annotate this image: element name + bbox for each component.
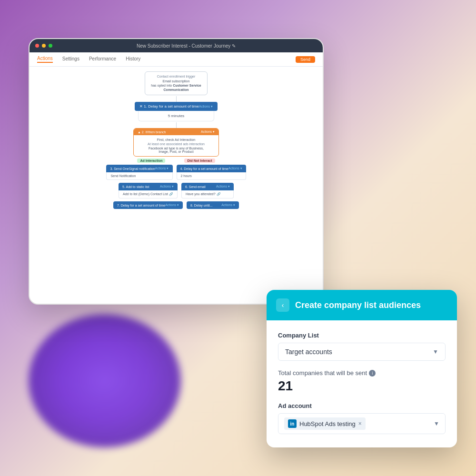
linkedin-icon: in: [288, 419, 297, 428]
total-companies-section: Total companies that will be sent i 21: [278, 369, 446, 394]
purple-blob: [29, 314, 181, 447]
tag-close-icon[interactable]: ×: [358, 420, 362, 427]
minimize-dot[interactable]: [42, 44, 46, 48]
delay-body-2: 2 hours: [177, 172, 246, 180]
chevron-down-icon-2: ▼: [434, 420, 439, 427]
send-notif-actions[interactable]: Actions ▾: [155, 167, 169, 170]
send-notif-header: 3. Send OneSignal notification Actions ▾: [106, 165, 172, 172]
company-list-value: Target accounts: [285, 348, 332, 356]
titlebar: New Subscriber Interest - Customer Journ…: [30, 39, 323, 52]
two-col-row-1: 3. Send OneSignal notification Actions ▾…: [106, 165, 246, 180]
back-button[interactable]: ‹: [276, 298, 289, 312]
badge-no-interaction: Did Not Interact: [184, 159, 215, 163]
send-notif-body: Send Notification: [106, 172, 172, 180]
tab-performance[interactable]: Performance: [89, 56, 116, 62]
chevron-down-icon: ▼: [433, 348, 438, 355]
trigger-header: Contact enrollment trigger: [151, 75, 201, 78]
delay-actions-4[interactable]: Actions ▾: [221, 203, 235, 207]
add-list-header: 5. Add to static list Actions ▾: [119, 183, 178, 190]
if-branch-node: ▲ 2. If/then branch Actions ▾ First, che…: [133, 128, 219, 157]
if-branch-label: ▲ 2. If/then branch: [138, 130, 166, 134]
if-detail: Facebook ad type is any of Business,Imag…: [139, 147, 214, 153]
delay-body-1: 5 minutes: [138, 111, 214, 121]
trigger-node: Contact enrollment trigger Email subscri…: [145, 71, 207, 95]
delay-actions-3[interactable]: Actions ▾: [165, 203, 179, 207]
delay-col-3: 7. Delay for a set amount of time Action…: [113, 201, 183, 209]
badge-ad-interaction: Ad Interaction: [137, 159, 165, 163]
send-button[interactable]: Send: [296, 56, 315, 63]
branch-badges: Ad Interaction Did Not Interact: [137, 159, 215, 163]
if-condition: First, check Ad Interaction: [139, 138, 214, 141]
send-email-actions[interactable]: Actions ▾: [216, 185, 230, 188]
add-list-actions[interactable]: Actions ▾: [160, 185, 174, 188]
tab-actions[interactable]: Actions: [37, 56, 53, 63]
tab-history[interactable]: History: [126, 56, 140, 62]
delay-header-2: 4. Delay for a set amount of time Action…: [177, 165, 246, 172]
ad-account-name: HubSpot Ads testing: [299, 420, 356, 427]
send-email-header: 6. Send email Actions ▾: [181, 183, 234, 190]
dialog-header: ‹ Create company list audiences: [267, 290, 457, 320]
ad-account-label: Ad account: [278, 402, 446, 409]
company-list-label: Company List: [278, 332, 446, 339]
send-email-col: 6. Send email Actions ▾ Have you attende…: [181, 183, 234, 198]
send-email-body: Have you attended? 🔗: [181, 190, 234, 198]
send-notif-label: 3. Send OneSignal notification: [110, 167, 155, 170]
if-branch-body: First, check Ad Interaction At least one…: [134, 135, 218, 156]
info-icon[interactable]: i: [369, 370, 376, 377]
if-sub: At least one associated ads interaction: [139, 142, 214, 146]
send-email-label: 6. Send email: [185, 185, 206, 188]
close-dot[interactable]: [35, 44, 39, 48]
delay-header-3: 7. Delay for a set amount of time Action…: [113, 201, 183, 209]
total-companies-label: Total companies that will be sent i: [278, 369, 446, 377]
delay-actions-1[interactable]: Actions ▾: [199, 105, 213, 109]
dialog-card: ‹ Create company list audiences Company …: [267, 290, 457, 447]
ad-account-tag: in HubSpot Ads testing ×: [284, 417, 366, 430]
delay-col-4: 8. Delay until... Actions ▾: [187, 201, 239, 209]
delay-label-2: 4. Delay for a set amount of time: [180, 167, 228, 170]
add-list-col: 5. Add to static list Actions ▾ Add to l…: [119, 183, 178, 198]
ad-account-field[interactable]: in HubSpot Ads testing × ▼: [278, 413, 446, 434]
delay-value-1: 5 minutes: [144, 114, 208, 118]
company-list-select[interactable]: Target accounts ▼: [278, 343, 446, 361]
dialog-title: Create company list audiences: [295, 300, 421, 310]
two-col-row-3: 7. Delay for a set amount of time Action…: [113, 201, 239, 209]
send-notif-col: 3. Send OneSignal notification Actions ▾…: [106, 165, 172, 180]
tab-settings[interactable]: Settings: [62, 56, 79, 62]
window-title: New Subscriber Interest - Customer Journ…: [55, 43, 317, 49]
add-list-body: Add to list (Demo) Contact List 🔗: [119, 190, 178, 198]
maximize-dot[interactable]: [49, 44, 52, 48]
delay-col-2: 4. Delay for a set amount of time Action…: [177, 165, 246, 180]
workflow-canvas: Contact enrollment trigger Email subscri…: [30, 67, 323, 304]
main-device: New Subscriber Interest - Customer Journ…: [29, 38, 324, 305]
delay-node-1: ✕ 1. Delay for a set amount of time Acti…: [135, 102, 218, 111]
trigger-body: Email subscriptionhas opted into Custome…: [151, 79, 201, 92]
delay-label-4: 8. Delay until...: [190, 204, 212, 207]
if-branch-actions[interactable]: Actions ▾: [201, 130, 215, 134]
delay-actions-2[interactable]: Actions ▾: [228, 167, 242, 170]
if-branch-header: ▲ 2. If/then branch Actions ▾: [134, 129, 218, 135]
total-companies-value: 21: [278, 378, 446, 394]
connector-2: [176, 122, 177, 128]
connector-1: [176, 96, 177, 102]
dialog-body: Company List Target accounts ▼ Total com…: [267, 320, 457, 447]
two-col-row-2: 5. Add to static list Actions ▾ Add to l…: [119, 183, 234, 198]
delay-label-1: ✕ 1. Delay for a set amount of time: [139, 104, 199, 109]
tab-bar: Actions Settings Performance History Sen…: [30, 52, 323, 67]
add-list-label: 5. Add to static list: [122, 185, 149, 188]
delay-label-3: 7. Delay for a set amount of time: [117, 204, 165, 207]
delay-header-4: 8. Delay until... Actions ▾: [187, 201, 239, 209]
